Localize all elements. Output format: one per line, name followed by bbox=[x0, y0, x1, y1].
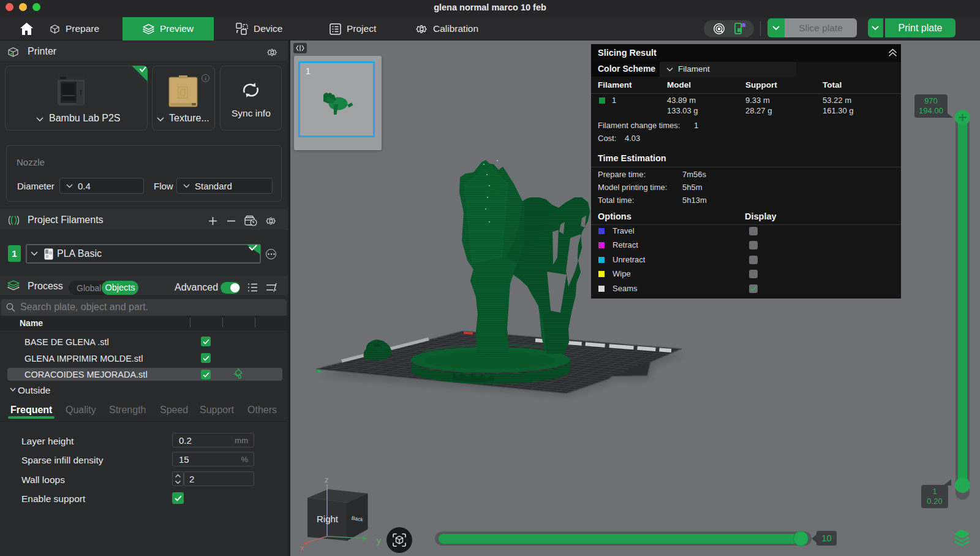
svg-text:x: x bbox=[300, 543, 304, 550]
svg-text:Right: Right bbox=[317, 514, 339, 524]
svg-text:z: z bbox=[325, 475, 329, 484]
svg-text:y: y bbox=[377, 536, 381, 546]
